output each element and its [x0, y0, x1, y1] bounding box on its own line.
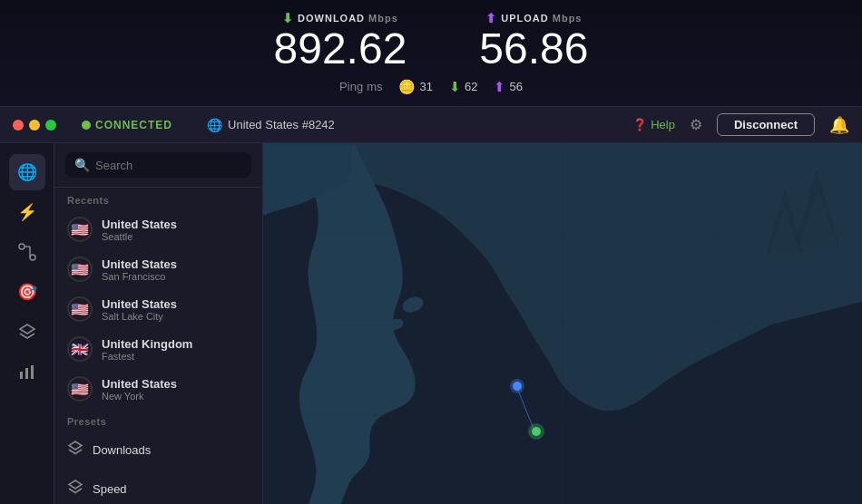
location-city: New York	[102, 391, 177, 402]
globe-icon: 🌐	[207, 118, 222, 132]
download-arrow-icon: ⬇	[282, 11, 294, 25]
upload-arrow-icon: ⬆	[485, 11, 497, 25]
search-input[interactable]	[95, 159, 242, 172]
ping-dl-item: ⬇ 62	[449, 79, 477, 95]
title-bar-actions: ❓ Help ⚙ Disconnect 🔔	[632, 113, 849, 136]
location-text: United Kingdom Fastest	[102, 337, 192, 362]
recent-location-item[interactable]: 🇬🇧 United Kingdom Fastest	[54, 329, 262, 369]
flag-icon: 🇺🇸	[67, 376, 93, 402]
location-city: San Francisco	[102, 271, 177, 282]
svg-point-21	[510, 379, 524, 393]
stats-icon	[18, 363, 36, 381]
speed-bar: ⬇ DOWNLOAD Mbps 892.62 ⬆ UPLOAD Mbps 56.…	[0, 0, 862, 107]
traffic-lights	[13, 120, 56, 131]
ping-ms-value-item: 🪙 31	[398, 79, 432, 95]
disconnect-button[interactable]: Disconnect	[717, 113, 815, 136]
recents-container: 🇺🇸 United States Seattle 🇺🇸 United State…	[54, 209, 262, 409]
server-name: United States #8242	[228, 118, 335, 131]
flag-icon: 🇺🇸	[67, 217, 93, 242]
preset-layers-icon	[67, 479, 83, 499]
sidebar-item-layers[interactable]	[9, 314, 45, 350]
recent-location-item[interactable]: 🇺🇸 United States San Francisco	[54, 249, 262, 289]
svg-rect-6	[31, 365, 34, 379]
help-button[interactable]: ❓ Help	[632, 118, 675, 131]
notification-icon[interactable]: 🔔	[829, 115, 849, 135]
location-text: United States San Francisco	[102, 257, 177, 282]
help-label: Help	[651, 118, 675, 131]
location-city: Salt Lake City	[102, 311, 177, 322]
layers-icon	[18, 323, 36, 341]
preset-layers-icon	[67, 440, 83, 460]
svg-point-1	[30, 255, 35, 260]
preset-label: Speed	[93, 482, 127, 496]
presets-label: Presets	[54, 409, 262, 431]
routes-icon	[18, 243, 36, 261]
ping-ms-val: 31	[419, 80, 432, 93]
location-text: United States New York	[102, 377, 177, 402]
location-text: United States Salt Lake City	[102, 297, 177, 322]
location-country: United States	[102, 377, 177, 391]
svg-point-22	[528, 423, 544, 440]
flag-icon: 🇬🇧	[67, 336, 93, 362]
sidebar-item-routes[interactable]	[9, 234, 45, 270]
close-button[interactable]	[13, 120, 24, 131]
download-mbps-unit: Mbps	[368, 13, 398, 24]
sidebar-item-globe[interactable]: 🌐	[9, 154, 45, 190]
search-input-wrap[interactable]: 🔍	[65, 152, 251, 178]
presets-container: Downloads Speed Browsing	[54, 431, 262, 504]
flag-icon: 🇺🇸	[67, 296, 93, 322]
connected-text: CONNECTED	[95, 119, 172, 131]
download-item: ⬇ DOWNLOAD Mbps 892.62	[274, 11, 407, 73]
download-label: ⬇ DOWNLOAD Mbps	[282, 11, 398, 25]
download-text: DOWNLOAD	[298, 13, 365, 24]
ping-unit: ms	[367, 80, 382, 93]
speed-row: ⬇ DOWNLOAD Mbps 892.62 ⬆ UPLOAD Mbps 56.…	[274, 11, 589, 73]
upload-value: 56.86	[479, 25, 588, 73]
location-country: United States	[102, 218, 177, 231]
ping-row: Ping ms 🪙 31 ⬇ 62 ⬆ 56	[339, 79, 523, 95]
sidebar-item-lightning[interactable]: ⚡	[9, 194, 45, 230]
location-city: Fastest	[102, 351, 192, 362]
ping-ms-item: Ping ms	[339, 80, 382, 93]
preset-item[interactable]: Downloads	[54, 431, 262, 470]
map-svg	[263, 143, 862, 504]
settings-button[interactable]: ⚙	[690, 116, 702, 133]
ping-ul-item: ⬆ 56	[494, 79, 522, 95]
preset-label: Downloads	[93, 443, 151, 457]
search-box: 🔍	[54, 143, 262, 188]
location-city: Seattle	[102, 231, 177, 242]
upload-item: ⬆ UPLOAD Mbps 56.86	[479, 11, 588, 73]
connected-dot-icon	[82, 121, 91, 130]
flag-icon: 🇺🇸	[67, 257, 93, 282]
svg-point-0	[19, 244, 24, 249]
sidebar-item-target[interactable]: 🎯	[9, 274, 45, 310]
help-circle-icon: ❓	[632, 118, 647, 131]
upload-text: UPLOAD	[501, 13, 548, 24]
ping-dl-icon: ⬇	[449, 79, 461, 95]
location-country: United States	[102, 257, 177, 271]
ping-dl-val: 62	[465, 80, 477, 93]
minimize-button[interactable]	[29, 120, 40, 131]
ping-ul-icon: ⬆	[494, 79, 505, 95]
recent-location-item[interactable]: 🇺🇸 United States New York	[54, 369, 262, 409]
map-area	[263, 143, 862, 504]
download-value: 892.62	[274, 25, 407, 73]
svg-rect-5	[25, 368, 28, 379]
title-bar: CONNECTED 🌐 United States #8242 ❓ Help ⚙…	[0, 107, 862, 143]
ping-ms-icon: 🪙	[398, 79, 416, 95]
ping-ul-val: 56	[509, 80, 522, 93]
sidebar-item-stats[interactable]	[9, 354, 45, 390]
sidebar: 🌐 ⚡ 🎯	[0, 143, 54, 504]
recents-label: Recents	[54, 188, 262, 209]
recent-location-item[interactable]: 🇺🇸 United States Seattle	[54, 209, 262, 249]
location-text: United States Seattle	[102, 218, 177, 242]
connected-badge: CONNECTED	[82, 119, 172, 131]
svg-rect-4	[20, 372, 23, 379]
preset-item[interactable]: Speed	[54, 470, 262, 504]
ping-label: Ping	[339, 80, 363, 93]
recent-location-item[interactable]: 🇺🇸 United States Salt Lake City	[54, 289, 262, 329]
maximize-button[interactable]	[45, 120, 56, 131]
location-panel: 🔍 Recents 🇺🇸 United States Seattle 🇺🇸 Un…	[54, 143, 263, 504]
location-country: United States	[102, 297, 177, 311]
server-info: 🌐 United States #8242	[207, 118, 335, 132]
